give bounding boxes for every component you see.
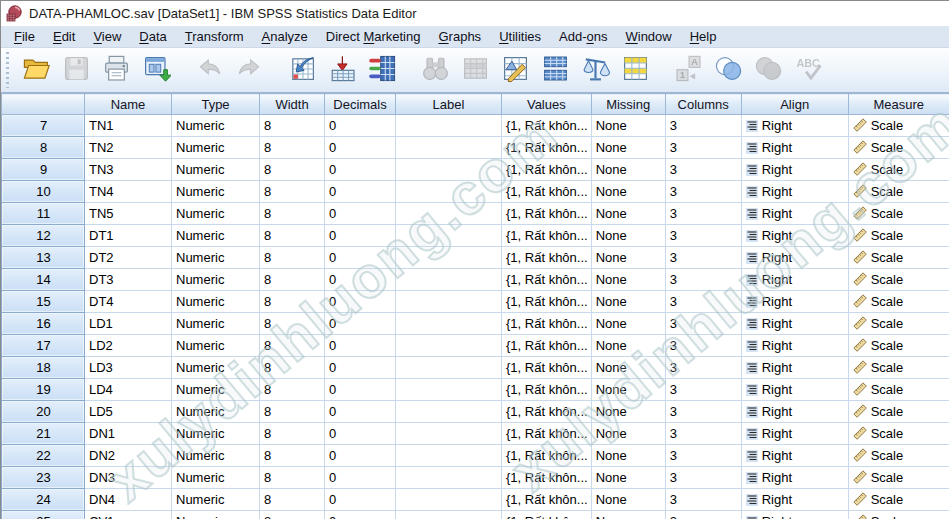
cell-decimals[interactable]: 0 xyxy=(325,511,396,519)
cell-num[interactable]: 14 xyxy=(2,269,85,291)
cell-name[interactable]: TN3 xyxy=(85,159,172,181)
cell-label[interactable] xyxy=(396,357,502,379)
cell-values[interactable]: {1, Rất khôn... xyxy=(502,401,592,423)
cell-columns[interactable]: 3 xyxy=(665,225,741,247)
cell-decimals[interactable]: 0 xyxy=(325,269,396,291)
menu-graphs[interactable]: Graphs xyxy=(429,27,490,46)
cell-measure[interactable]: Scale xyxy=(848,225,949,247)
cell-decimals[interactable]: 0 xyxy=(325,313,396,335)
cell-align[interactable]: Right xyxy=(741,445,848,467)
cell-missing[interactable]: None xyxy=(591,291,665,313)
cell-name[interactable]: CV1 xyxy=(85,511,172,519)
cell-values[interactable]: {1, Rất khôn... xyxy=(502,489,592,511)
cell-measure[interactable]: Scale xyxy=(848,291,949,313)
cell-width[interactable]: 8 xyxy=(260,313,325,335)
cell-name[interactable]: LD3 xyxy=(85,357,172,379)
cell-missing[interactable]: None xyxy=(591,489,665,511)
cell-columns[interactable]: 3 xyxy=(665,181,741,203)
column-header-measure[interactable]: Measure xyxy=(848,94,949,115)
cell-num[interactable]: 18 xyxy=(2,357,85,379)
cell-missing[interactable]: None xyxy=(591,115,665,137)
cell-num[interactable]: 19 xyxy=(2,379,85,401)
cell-num[interactable]: 11 xyxy=(2,203,85,225)
cell-type[interactable]: Numeric xyxy=(172,115,260,137)
cell-num[interactable]: 15 xyxy=(2,291,85,313)
cell-measure[interactable]: Scale xyxy=(848,445,949,467)
cell-missing[interactable]: None xyxy=(591,379,665,401)
cell-values[interactable]: {1, Rất khôn... xyxy=(502,423,592,445)
cell-align[interactable]: Right xyxy=(741,379,848,401)
column-header-decimals[interactable]: Decimals xyxy=(325,94,396,115)
cell-width[interactable]: 8 xyxy=(260,203,325,225)
cell-num[interactable]: 13 xyxy=(2,247,85,269)
cell-measure[interactable]: Scale xyxy=(848,357,949,379)
cell-decimals[interactable]: 0 xyxy=(325,181,396,203)
cell-align[interactable]: Right xyxy=(741,335,848,357)
column-header-missing[interactable]: Missing xyxy=(591,94,665,115)
cell-measure[interactable]: Scale xyxy=(848,247,949,269)
insert-variable-button[interactable] xyxy=(495,51,535,89)
cell-width[interactable]: 8 xyxy=(260,335,325,357)
cell-label[interactable] xyxy=(396,137,502,159)
cell-name[interactable]: TN4 xyxy=(85,181,172,203)
menu-view[interactable]: View xyxy=(84,27,130,46)
menu-direct-marketing[interactable]: Direct Marketing xyxy=(317,27,430,46)
cell-values[interactable]: {1, Rất khôn... xyxy=(502,269,592,291)
cell-label[interactable] xyxy=(396,313,502,335)
cell-label[interactable] xyxy=(396,247,502,269)
cell-type[interactable]: Numeric xyxy=(172,445,260,467)
cell-values[interactable]: {1, Rất khôn... xyxy=(502,203,592,225)
cell-num[interactable]: 16 xyxy=(2,313,85,335)
cell-decimals[interactable]: 0 xyxy=(325,291,396,313)
cell-name[interactable]: DN2 xyxy=(85,445,172,467)
cell-align[interactable]: Right xyxy=(741,159,848,181)
cell-num[interactable]: 12 xyxy=(2,225,85,247)
cell-align[interactable]: Right xyxy=(741,313,848,335)
cell-type[interactable]: Numeric xyxy=(172,379,260,401)
cell-measure[interactable]: Scale xyxy=(848,335,949,357)
cell-num[interactable]: 9 xyxy=(2,159,85,181)
column-header-type[interactable]: Type xyxy=(172,94,260,115)
cell-label[interactable] xyxy=(396,445,502,467)
cell-decimals[interactable]: 0 xyxy=(325,423,396,445)
cell-values[interactable]: {1, Rất khôn... xyxy=(502,115,592,137)
cell-align[interactable]: Right xyxy=(741,225,848,247)
menu-analyze[interactable]: Analyze xyxy=(253,27,317,46)
recall-dialogs-button[interactable] xyxy=(136,51,176,89)
cell-decimals[interactable]: 0 xyxy=(325,115,396,137)
cell-measure[interactable]: Scale xyxy=(848,181,949,203)
cell-values[interactable]: {1, Rất khôn... xyxy=(502,313,592,335)
cell-type[interactable]: Numeric xyxy=(172,401,260,423)
cell-num[interactable]: 7 xyxy=(2,115,85,137)
cell-name[interactable]: DT2 xyxy=(85,247,172,269)
menu-utilities[interactable]: Utilities xyxy=(490,27,550,46)
cell-width[interactable]: 8 xyxy=(260,137,325,159)
cell-type[interactable]: Numeric xyxy=(172,181,260,203)
cell-measure[interactable]: Scale xyxy=(848,203,949,225)
menu-help[interactable]: Help xyxy=(681,27,726,46)
cell-columns[interactable]: 3 xyxy=(665,445,741,467)
cell-num[interactable]: 25 xyxy=(2,511,85,519)
cell-align[interactable]: Right xyxy=(741,291,848,313)
toolbar-grip[interactable] xyxy=(5,52,10,88)
cell-width[interactable]: 8 xyxy=(260,379,325,401)
cell-values[interactable]: {1, Rất khôn... xyxy=(502,291,592,313)
cell-label[interactable] xyxy=(396,291,502,313)
cell-values[interactable]: {1, Rất khôn... xyxy=(502,247,592,269)
cell-align[interactable]: Right xyxy=(741,137,848,159)
cell-columns[interactable]: 3 xyxy=(665,159,741,181)
cell-label[interactable] xyxy=(396,203,502,225)
cell-name[interactable]: TN1 xyxy=(85,115,172,137)
cell-measure[interactable]: Scale xyxy=(848,269,949,291)
cell-decimals[interactable]: 0 xyxy=(325,137,396,159)
print-button[interactable] xyxy=(96,51,136,89)
cell-name[interactable]: LD1 xyxy=(85,313,172,335)
cell-decimals[interactable]: 0 xyxy=(325,335,396,357)
cell-columns[interactable]: 3 xyxy=(665,335,741,357)
cell-measure[interactable]: Scale xyxy=(848,115,949,137)
cell-width[interactable]: 8 xyxy=(260,291,325,313)
cell-decimals[interactable]: 0 xyxy=(325,467,396,489)
cell-type[interactable]: Numeric xyxy=(172,313,260,335)
cell-width[interactable]: 8 xyxy=(260,357,325,379)
cell-align[interactable]: Right xyxy=(741,203,848,225)
